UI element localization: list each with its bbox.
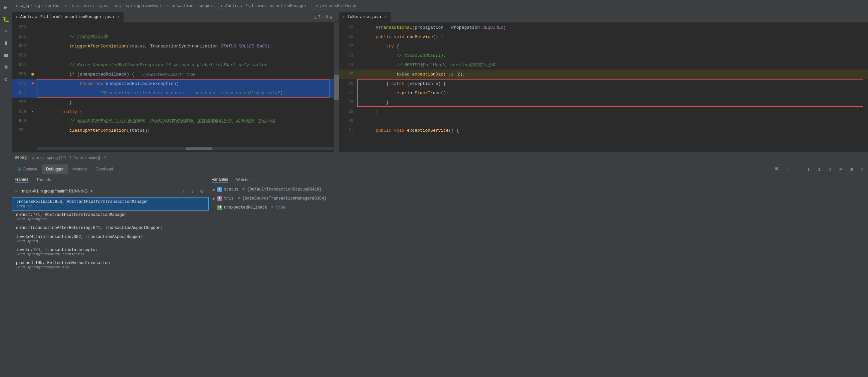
annotation: @Transactional bbox=[376, 25, 412, 30]
frame-main-text: invoke:124, TransactionInterceptor bbox=[16, 248, 205, 252]
breadcrumb-item[interactable]: springframework bbox=[126, 4, 162, 8]
var-item-this[interactable]: ▶ T this = {DataSourceTransactionManager… bbox=[209, 194, 868, 203]
thread-down-btn[interactable]: ↓ bbox=[189, 187, 197, 195]
line-number: 961 bbox=[12, 128, 29, 133]
toolbar-btn-stop[interactable]: ↛ bbox=[836, 165, 845, 174]
stack-frame-5[interactable]: proceed:195, ReflectiveMethodInvocation … bbox=[12, 259, 209, 272]
red-border-right bbox=[329, 79, 330, 88]
line-number: 31 bbox=[339, 128, 356, 133]
tab-left-close[interactable]: × bbox=[117, 16, 119, 19]
breadcrumb-sep: › bbox=[195, 4, 197, 8]
breadcrumb-item[interactable]: spring-tx bbox=[45, 4, 67, 8]
expand-arrow-icon[interactable]: ▶ bbox=[213, 197, 215, 201]
stack-frame-4[interactable]: invoke:124, TransactionInterceptor (org.… bbox=[12, 245, 209, 259]
tab-right-close[interactable]: × bbox=[384, 16, 386, 19]
red-border-left-r bbox=[357, 88, 358, 97]
sidebar-icon-run[interactable]: ▶ bbox=[1, 3, 11, 12]
var-name: unexpectedRollback bbox=[224, 205, 268, 210]
breadcrumb-item[interactable]: org bbox=[114, 4, 121, 8]
red-border-bottom-r bbox=[357, 106, 863, 107]
horizontal-scrollbar[interactable] bbox=[37, 147, 334, 150]
code-line-950: 950 bbox=[12, 23, 339, 32]
breadcrumb-item[interactable]: transaction bbox=[167, 4, 193, 8]
thread-filter-btn[interactable]: ⊘ bbox=[198, 187, 206, 195]
toolbar-btn-settings[interactable]: ≋ bbox=[857, 165, 867, 174]
scrollbar-thumb bbox=[186, 147, 212, 150]
keyword: if bbox=[69, 72, 75, 77]
tab-java-icon-right: C bbox=[343, 15, 345, 19]
toolbar-btn-resume[interactable]: ↺ bbox=[825, 165, 835, 174]
sidebar-icon-eye[interactable]: 👁 bbox=[1, 63, 11, 72]
sidebar-icon-stop[interactable]: ⏹ bbox=[1, 51, 11, 60]
frame-sub-text: (org.sprin... bbox=[16, 239, 205, 243]
var-item-status[interactable]: ▶ P status = {DefaultTransactionStatus@3… bbox=[209, 185, 868, 194]
breadcrumb-sep: › bbox=[310, 4, 312, 8]
code-content: @Transactional(propagation = Propagation… bbox=[364, 25, 868, 30]
toolbar-btn-view[interactable]: ⊞ bbox=[847, 165, 856, 174]
breadcrumb-item[interactable]: support bbox=[199, 4, 215, 8]
red-border-right-r bbox=[863, 79, 863, 88]
breadcrumb-method[interactable]: processRollback bbox=[320, 4, 356, 8]
stack-frames-list: processRollback:956, AbstractPlatformTra… bbox=[12, 197, 209, 272]
method-name: printStackTrace bbox=[402, 91, 441, 95]
debug-tab-memory[interactable]: Memory bbox=[68, 165, 91, 174]
keyword: public bbox=[376, 128, 391, 133]
threads-tab[interactable]: Threads bbox=[36, 177, 51, 183]
toolbar-btn-step-in[interactable]: ↓ bbox=[793, 165, 803, 174]
tab-right-active[interactable]: C TxService.java × bbox=[339, 12, 391, 23]
fold-icon[interactable]: • bbox=[32, 110, 34, 114]
line-number: 26 bbox=[339, 81, 356, 86]
code-area-right: 20 @Transactional(propagation = Propagat… bbox=[339, 23, 868, 152]
breadcrumb-class[interactable]: AbstractPlatformTransactionManager bbox=[225, 4, 307, 8]
line-number: 959 bbox=[12, 109, 29, 114]
debug-tab-console[interactable]: ▤ Console bbox=[13, 165, 41, 174]
toolbar-btn-step-over[interactable]: ↑ bbox=[782, 165, 792, 174]
frames-tab[interactable]: Frames bbox=[15, 177, 28, 183]
breadcrumb-sep: › bbox=[163, 4, 165, 8]
sidebar-icon-pause[interactable]: ⏸ bbox=[1, 39, 11, 48]
warning-badge: ⚠ 7 ✓ 8 ∧ bbox=[314, 15, 339, 20]
stack-frame-active[interactable]: processRollback:956, AbstractPlatformTra… bbox=[12, 197, 209, 210]
variables-tab[interactable]: Variables bbox=[212, 177, 228, 183]
frame-sub-text: (org.sp... bbox=[17, 204, 204, 208]
toolbar-btn-step-out[interactable]: ↧ bbox=[804, 165, 813, 174]
console-icon: ▤ bbox=[18, 167, 21, 171]
sidebar-icon-step-over[interactable]: ↷ bbox=[1, 27, 11, 36]
comment-text: // 根据事务状态信息,完成后数据清除、和线程的私有资源解绑、重置连接自动提交、… bbox=[38, 119, 283, 124]
vertical-scrollbar[interactable] bbox=[334, 23, 339, 152]
tab-left-active[interactable]: C AbstractPlatformTransactionManager.jav… bbox=[12, 12, 124, 23]
toolbar-btn-run-cursor[interactable]: ↥ bbox=[814, 165, 824, 174]
code-content: throw new UnexpectedRollbackException( bbox=[37, 81, 339, 86]
method-name: triggerAfterCompletion bbox=[69, 44, 127, 49]
var-item-unexpected[interactable]: ▶ ol unexpectedRollback = true bbox=[209, 203, 868, 212]
toolbar-btn-filter[interactable]: ≡ bbox=[772, 165, 781, 174]
stack-frame-3[interactable]: invokeWithinTransaction:392, Transaction… bbox=[12, 233, 209, 245]
thread-name: "main"@1 in group "main": RUNNING bbox=[21, 189, 88, 194]
breadcrumb-item[interactable]: mca_spring bbox=[16, 4, 40, 8]
thread-up-btn[interactable]: ↑ bbox=[179, 187, 187, 195]
stack-frame-1[interactable]: commit:771, AbstractPlatformTransactionM… bbox=[12, 210, 209, 224]
red-border-left-r bbox=[357, 97, 358, 107]
sidebar-icon-debug[interactable]: 🐛 bbox=[1, 15, 11, 24]
expand-arrow-icon[interactable]: ▶ bbox=[213, 187, 215, 192]
debug-process-close[interactable]: × bbox=[104, 155, 106, 160]
breadcrumb-item[interactable]: java bbox=[99, 4, 108, 8]
code-area-left: 950 951 // 回滚完成后回调 952 triggerAfterC bbox=[12, 23, 339, 152]
watches-tab[interactable]: Watches bbox=[236, 177, 251, 183]
sidebar-icon-settings[interactable]: ⚙ bbox=[1, 75, 11, 84]
keyword: catch bbox=[391, 81, 404, 86]
breadcrumb-item[interactable]: main bbox=[84, 4, 94, 8]
line-number: 952 bbox=[12, 44, 29, 49]
stack-frame-2[interactable]: commitTransactionAfterReturning:641, Tra… bbox=[12, 224, 209, 233]
thread-check-icon: ✓ bbox=[15, 188, 19, 194]
code-line-r20: 20 @Transactional(propagation = Propagat… bbox=[339, 23, 868, 32]
dropdown-arrow-icon[interactable]: ▼ bbox=[90, 189, 93, 193]
debug-tab-debugger[interactable]: Debugger bbox=[42, 165, 68, 174]
expand-icon[interactable]: ∧ bbox=[330, 15, 332, 20]
code-content: triggerAfterCompletion(status, Transacti… bbox=[37, 44, 339, 49]
breadcrumb-item[interactable]: src bbox=[72, 4, 79, 8]
code-line-954: 954 // Raise UnexpectedRollbackException… bbox=[12, 60, 339, 69]
breadcrumb-sep: › bbox=[95, 4, 97, 8]
debug-tab-overhead[interactable]: Overhead bbox=[91, 165, 117, 174]
param-hint: unexpectedRollback: true bbox=[142, 72, 195, 77]
